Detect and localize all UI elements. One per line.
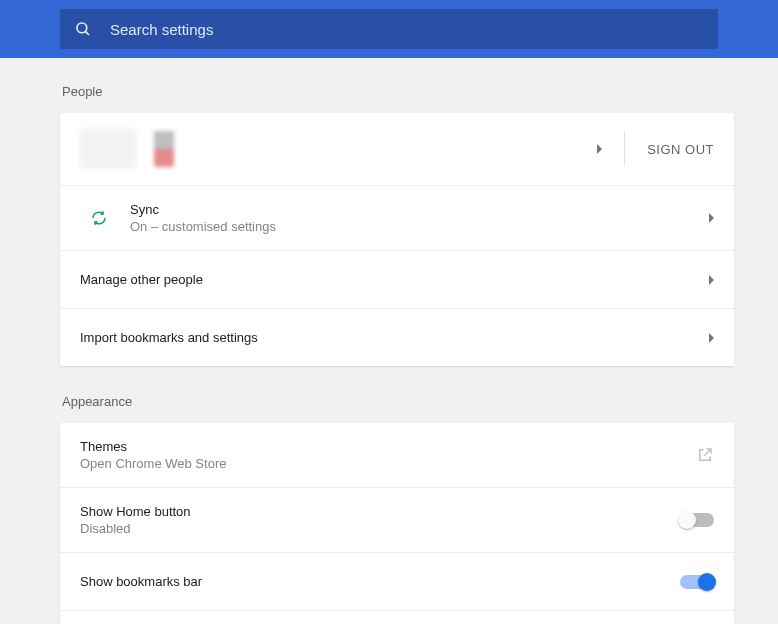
divider [624, 132, 625, 166]
section-title-people: People [62, 84, 734, 99]
show-home-title: Show Home button [80, 504, 680, 519]
show-bookmarks-row: Show bookmarks bar [60, 552, 734, 610]
themes-row[interactable]: Themes Open Chrome Web Store [60, 423, 734, 487]
search-input[interactable] [110, 21, 704, 38]
chevron-right-icon [709, 333, 714, 343]
chevron-right-icon [709, 213, 714, 223]
show-home-row: Show Home button Disabled [60, 487, 734, 552]
search-field[interactable] [60, 9, 718, 49]
profile-row: SIGN OUT [60, 113, 734, 185]
show-bookmarks-toggle[interactable] [680, 575, 714, 589]
sync-sub: On – customised settings [130, 219, 709, 234]
chevron-right-icon [709, 275, 714, 285]
section-title-appearance: Appearance [62, 394, 734, 409]
themes-sub: Open Chrome Web Store [80, 456, 696, 471]
show-bookmarks-title: Show bookmarks bar [80, 574, 680, 589]
manage-people-row[interactable]: Manage other people [60, 250, 734, 308]
svg-point-0 [77, 23, 87, 33]
sync-row[interactable]: Sync On – customised settings [60, 185, 734, 250]
profile-identity-redacted [80, 129, 174, 169]
font-size-row: Font size Medium (Recommended) [60, 610, 734, 624]
import-bookmarks-label: Import bookmarks and settings [80, 330, 709, 345]
sync-icon [90, 209, 108, 227]
themes-title: Themes [80, 439, 696, 454]
settings-content: People SIGN OUT Sync On – customised set [0, 58, 778, 624]
header-bar [0, 0, 778, 58]
show-home-sub: Disabled [80, 521, 680, 536]
sign-out-button[interactable]: SIGN OUT [647, 142, 714, 157]
show-home-toggle[interactable] [680, 513, 714, 527]
sync-title: Sync [130, 202, 709, 217]
manage-people-label: Manage other people [80, 272, 709, 287]
appearance-card: Themes Open Chrome Web Store Show Home b… [60, 423, 734, 624]
search-icon [74, 20, 92, 38]
chevron-right-icon[interactable] [597, 144, 602, 154]
people-card: SIGN OUT Sync On – customised settings M… [60, 113, 734, 366]
svg-line-1 [85, 31, 89, 35]
open-external-icon [696, 446, 714, 464]
import-bookmarks-row[interactable]: Import bookmarks and settings [60, 308, 734, 366]
